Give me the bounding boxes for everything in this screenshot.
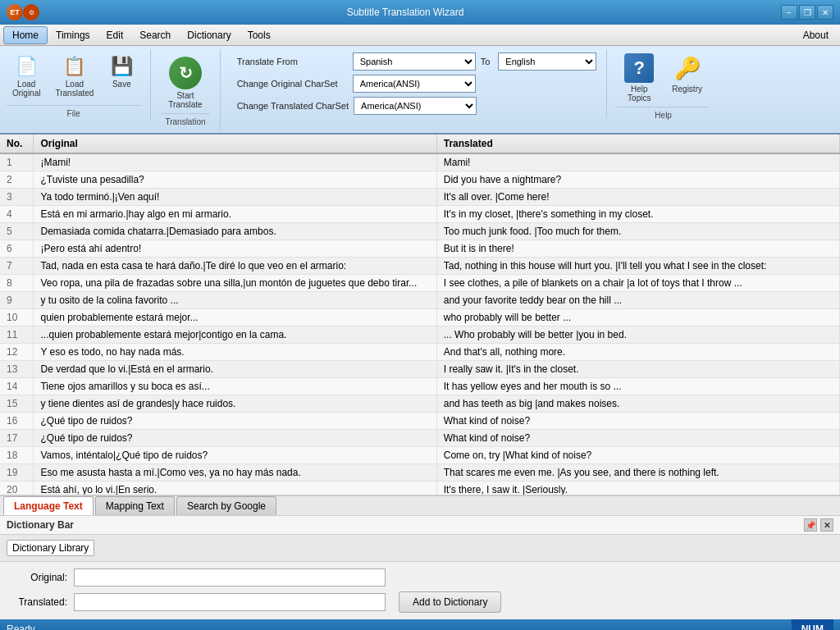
table-row[interactable]: 13 De verdad que lo vi.|Está en el armar… [0, 361, 840, 378]
row-translated: It has yellow eyes and her mouth is so .… [436, 378, 839, 395]
file-group-label: File [7, 105, 140, 118]
save-icon: 💾 [108, 53, 135, 80]
menu-search[interactable]: Search [131, 27, 179, 43]
tab-search-google[interactable]: Search by Google [176, 496, 276, 515]
dictionary-bar-header: Dictionary Bar 📌 ✕ [0, 516, 840, 535]
table-row[interactable]: 8 Veo ropa, una pila de frazadas sobre u… [0, 275, 840, 292]
row-original: De verdad que lo vi.|Está en el armario. [34, 361, 436, 378]
row-translated: ... Who probably will be better |you in … [436, 326, 839, 344]
registry-label: Registry [672, 84, 702, 94]
subtitle-table-container[interactable]: No. Original Translated 1 ¡Mami! Mami! 2… [0, 135, 840, 495]
table-row[interactable]: 3 Ya todo terminó.|¡Ven aquí! It's all o… [0, 189, 840, 206]
row-no: 3 [0, 189, 34, 206]
row-translated: What kind of noise? [436, 430, 839, 447]
table-row[interactable]: 18 Vamos, inténtalo|¿Qué tipo de ruidos?… [0, 447, 840, 464]
minimize-button[interactable]: − [781, 5, 797, 20]
row-original: ¡Mami! [34, 153, 436, 171]
row-no: 19 [0, 464, 34, 482]
row-translated: I really saw it. |It's in the closet. [436, 361, 839, 378]
table-body: 1 ¡Mami! Mami! 2 ¿Tuviste una pesadilla?… [0, 153, 840, 495]
table-row[interactable]: 11 ...quien probablemente estará mejor|c… [0, 326, 840, 344]
row-translated: and has teeth as big |and makes noises. [436, 395, 839, 413]
help-group-label: Help [617, 107, 710, 120]
close-button[interactable]: ✕ [817, 5, 833, 20]
menu-timings[interactable]: Timings [48, 27, 98, 43]
load-original-button[interactable]: 📄 LoadOriginal [7, 49, 46, 102]
ribbon: 📄 LoadOriginal 📋 LoadTranslated 💾 Save F… [0, 46, 840, 135]
registry-button[interactable]: 🔑 Registry [664, 49, 710, 107]
logo-text: ET [10, 8, 20, 16]
tab-language-text[interactable]: Language Text [3, 496, 94, 515]
row-original: quien probablemente estará mejor... [34, 309, 436, 326]
dict-library-section: Dictionary Library [0, 535, 840, 562]
row-original: Y eso es todo, no hay nada más. [34, 344, 436, 361]
translated-charset-select[interactable]: America(ANSI) Unicode UTF-8 [354, 97, 477, 115]
table-row[interactable]: 1 ¡Mami! Mami! [0, 153, 840, 171]
row-translated: Mami! [436, 153, 839, 171]
row-translated: who probably will be better ... [436, 309, 839, 326]
table-row[interactable]: 19 Eso me asusta hasta a mí.|Como ves, y… [0, 464, 840, 482]
menu-home[interactable]: Home [3, 26, 48, 44]
dict-library-tab[interactable]: Dictionary Library [7, 540, 94, 556]
row-original: Vamos, inténtalo|¿Qué tipo de ruidos? [34, 447, 436, 464]
add-dict-btn-wrapper: Add to Dictionary [399, 591, 501, 613]
table-row[interactable]: 4 Está en mi armario.|hay algo en mi arm… [0, 206, 840, 223]
translation-settings: Translate From Spanish English French To… [231, 49, 608, 118]
status-bar: Ready NUM [0, 619, 840, 630]
translated-input[interactable] [74, 593, 386, 611]
menu-edit[interactable]: Edit [98, 27, 132, 43]
translation-group-label: Translation [161, 113, 209, 126]
table-row[interactable]: 2 ¿Tuviste una pesadilla? Did you have a… [0, 171, 840, 189]
subtitle-table: No. Original Translated 1 ¡Mami! Mami! 2… [0, 135, 840, 495]
add-to-dictionary-button[interactable]: Add to Dictionary [399, 591, 501, 613]
table-row[interactable]: 15 y tiene dientes así de grandes|y hace… [0, 395, 840, 413]
table-row[interactable]: 20 Está ahí, yo lo vi.|En serio. It's th… [0, 482, 840, 496]
logo-overlay: ⚙ [23, 4, 39, 21]
table-row[interactable]: 9 y tu osito de la colina favorito ... a… [0, 292, 840, 309]
table-row[interactable]: 10 quien probablemente estará mejor... w… [0, 309, 840, 326]
dict-close-button[interactable]: ✕ [820, 518, 833, 532]
row-original: ¿Qué tipo de ruidos? [34, 430, 436, 447]
row-no: 13 [0, 361, 34, 378]
dictionary-bar-title: Dictionary Bar [7, 519, 74, 531]
table-row[interactable]: 5 Demasiada comida chatarra.|Demasiado p… [0, 223, 840, 240]
table-row[interactable]: 14 Tiene ojos amarillos y su boca es así… [0, 378, 840, 395]
registry-icon: 🔑 [673, 53, 702, 83]
row-no: 12 [0, 344, 34, 361]
original-charset-row: Change Original CharSet America(ANSI) Un… [237, 75, 597, 93]
save-button[interactable]: 💾 Save [103, 49, 140, 102]
row-no: 7 [0, 258, 34, 275]
original-charset-select[interactable]: America(ANSI) Unicode UTF-8 [353, 75, 476, 93]
tab-mapping-text[interactable]: Mapping Text [95, 496, 175, 515]
help-topics-button[interactable]: ? HelpTopics [617, 49, 661, 107]
load-translated-icon: 📋 [62, 53, 88, 80]
restore-button[interactable]: ❐ [799, 5, 815, 20]
table-row[interactable]: 6 ¡Pero está ahí adentro! But it is in t… [0, 240, 840, 258]
row-translated: And that's all, nothing more. [436, 344, 839, 361]
row-no: 4 [0, 206, 34, 223]
original-input[interactable] [74, 568, 386, 587]
help-icon: ? [624, 53, 654, 83]
row-original: Está ahí, yo lo vi.|En serio. [34, 482, 436, 496]
table-row[interactable]: 12 Y eso es todo, no hay nada más. And t… [0, 344, 840, 361]
save-label: Save [112, 80, 131, 89]
col-no: No. [0, 135, 34, 153]
table-row[interactable]: 16 ¿Qué tipo de ruidos? What kind of noi… [0, 413, 840, 430]
menu-tools[interactable]: Tools [240, 27, 279, 43]
from-language-select[interactable]: Spanish English French [353, 52, 476, 71]
help-topics-label: HelpTopics [628, 84, 651, 103]
dict-pin-button[interactable]: 📌 [804, 518, 817, 532]
table-header-row: No. Original Translated [0, 135, 840, 153]
load-original-label: LoadOriginal [12, 80, 40, 98]
file-group: 📄 LoadOriginal 📋 LoadTranslated 💾 Save F… [7, 49, 151, 121]
load-translated-button[interactable]: 📋 LoadTranslated [49, 49, 99, 102]
table-row[interactable]: 7 Tad, nada en esta casa te hará daño.|T… [0, 258, 840, 275]
original-field-label: Original: [10, 572, 67, 583]
row-no: 5 [0, 223, 34, 240]
row-no: 18 [0, 447, 34, 464]
to-language-select[interactable]: English Spanish French [498, 52, 596, 71]
table-row[interactable]: 17 ¿Qué tipo de ruidos? What kind of noi… [0, 430, 840, 447]
start-translate-button[interactable]: ↻ StartTranslate [161, 52, 209, 113]
menu-about[interactable]: About [795, 27, 837, 43]
menu-dictionary[interactable]: Dictionary [179, 27, 239, 43]
